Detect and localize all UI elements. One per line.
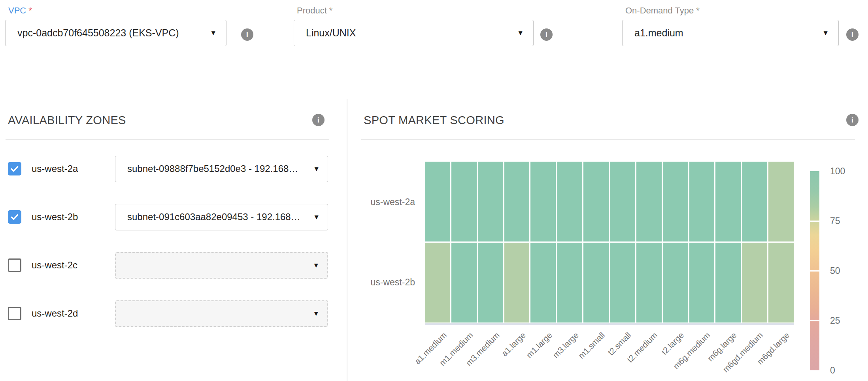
heatmap-cell (663, 162, 688, 241)
heatmap-cell (478, 243, 503, 323)
subnet-select-value: subnet-091c603aa82e09453 - 192.168… (127, 211, 308, 223)
heatmap-x-axis-line (425, 323, 794, 325)
info-icon[interactable]: i (846, 28, 859, 41)
chevron-down-icon: ▼ (210, 30, 217, 36)
vpc-field: VPC* vpc-0adcb70f645508223 (EKS-VPC) ▼ (5, 6, 226, 46)
availability-zones-panel: us-west-2asubnet-09888f7be5152d0e3 - 192… (6, 145, 330, 338)
heatmap-cell (425, 162, 450, 241)
info-icon[interactable]: i (540, 28, 553, 41)
heatmap-y-label: us-west-2b (348, 277, 415, 288)
heatmap-cell (636, 162, 662, 241)
required-asterisk: * (28, 6, 32, 15)
vpc-label: VPC* (8, 6, 226, 16)
ondemand-type-field: On-Demand Type* a1.medium ▼ (622, 6, 839, 46)
product-label: Product* (297, 6, 534, 16)
required-asterisk: * (696, 6, 700, 15)
info-icon[interactable]: i (312, 114, 325, 126)
colorbar-tick (810, 320, 819, 321)
heatmap-cell (504, 243, 530, 323)
colorbar-label: 0 (830, 365, 862, 376)
heatmap-cell (689, 162, 715, 241)
heatmap-cell (715, 162, 741, 241)
heatmap-cell (715, 243, 741, 323)
chevron-down-icon: ▼ (517, 30, 524, 36)
availability-zones-title: AVAILABILITY ZONES (8, 114, 126, 127)
colorbar-tick (810, 221, 819, 222)
subnet-select[interactable]: ▼ (115, 300, 328, 327)
spot-market-scoring-title: SPOT MARKET SCORING (364, 114, 504, 127)
subnet-select[interactable]: subnet-091c603aa82e09453 - 192.168…▼ (115, 204, 328, 230)
chevron-down-icon: ▼ (822, 30, 829, 36)
heatmap-x-label: m3.large (551, 330, 581, 360)
az-checkbox[interactable] (8, 210, 21, 224)
ondemand-type-select-value: a1.medium (634, 27, 817, 39)
az-row: us-west-2asubnet-09888f7be5152d0e3 - 192… (6, 145, 330, 193)
info-icon[interactable]: i (241, 28, 253, 41)
az-checkbox[interactable] (8, 258, 21, 272)
az-row: us-west-2d▼ (6, 289, 330, 338)
heatmap-cell (583, 243, 609, 323)
availability-zones-rule (6, 140, 329, 140)
az-zone-label: us-west-2b (32, 211, 78, 223)
heatmap-cell (451, 243, 477, 323)
heatmap-x-label: a1.large (500, 330, 528, 358)
subnet-select[interactable]: ▼ (115, 252, 328, 279)
check-icon (9, 212, 20, 222)
heatmap-x-label: m1.large (525, 330, 554, 360)
heatmap-cell (663, 243, 688, 323)
heatmap-cell (530, 162, 556, 241)
heatmap-x-label: m1.small (577, 330, 607, 360)
heatmap-cell (557, 162, 582, 241)
heatmap-y-label: us-west-2a (348, 197, 415, 207)
required-asterisk: * (329, 6, 333, 15)
vpc-select[interactable]: vpc-0adcb70f645508223 (EKS-VPC) ▼ (5, 20, 226, 46)
colorbar-label: 100 (830, 166, 862, 177)
heatmap-cell (768, 243, 794, 323)
spot-market-scoring-rule (361, 140, 855, 140)
heatmap-cell (425, 243, 450, 323)
chevron-down-icon: ▼ (313, 214, 320, 221)
chevron-down-icon: ▼ (313, 310, 319, 317)
panel-divider (347, 99, 347, 381)
heatmap-cell (768, 162, 794, 241)
az-checkbox[interactable] (8, 162, 21, 175)
heatmap-cell (636, 243, 662, 323)
az-row: us-west-2bsubnet-091c603aa82e09453 - 192… (6, 193, 330, 241)
chevron-down-icon: ▼ (313, 262, 319, 269)
chevron-down-icon: ▼ (313, 166, 320, 172)
ondemand-type-label: On-Demand Type* (625, 6, 839, 16)
heatmap-cell (451, 162, 477, 241)
heatmap-cell (742, 162, 767, 241)
subnet-select[interactable]: subnet-09888f7be5152d0e3 - 192.168…▼ (115, 156, 328, 182)
product-select[interactable]: Linux/UNIX ▼ (294, 20, 534, 46)
info-icon[interactable]: i (846, 114, 859, 126)
heatmap-cell (610, 162, 635, 241)
colorbar-label: 50 (830, 266, 862, 276)
heatmap-cell (583, 162, 609, 241)
vpc-select-value: vpc-0adcb70f645508223 (EKS-VPC) (17, 27, 204, 39)
heatmap-cell (689, 243, 715, 323)
az-checkbox[interactable] (8, 307, 21, 320)
heatmap-cell (610, 243, 635, 323)
heatmap-cell (504, 162, 530, 241)
subnet-select-value: subnet-09888f7be5152d0e3 - 192.168… (127, 163, 308, 174)
product-field: Product* Linux/UNIX ▼ (294, 6, 534, 46)
colorbar-label: 75 (830, 216, 862, 226)
product-select-value: Linux/UNIX (306, 27, 511, 39)
az-row: us-west-2c▼ (6, 241, 330, 289)
heatmap-cell (742, 243, 767, 323)
colorbar-tick (810, 270, 819, 272)
heatmap-cell (478, 162, 503, 241)
heatmap (425, 162, 794, 323)
az-zone-label: us-west-2d (32, 308, 78, 319)
colorbar (810, 171, 819, 370)
heatmap-cell (557, 243, 582, 323)
az-zone-label: us-west-2a (32, 163, 78, 174)
az-zone-label: us-west-2c (32, 260, 77, 271)
heatmap-cell (530, 243, 556, 323)
colorbar-label: 25 (830, 315, 862, 326)
ondemand-type-select[interactable]: a1.medium ▼ (622, 20, 839, 46)
check-icon (9, 164, 20, 174)
heatmap-x-label: t2.large (660, 330, 686, 357)
